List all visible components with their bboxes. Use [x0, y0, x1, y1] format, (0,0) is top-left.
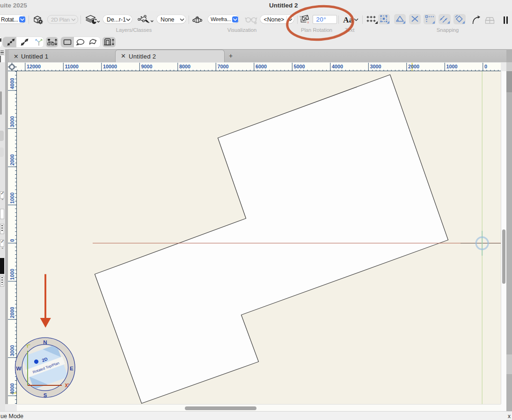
svg-text:6000: 6000	[255, 63, 266, 69]
svg-text:4000: 4000	[331, 63, 343, 69]
svg-text:2000: 2000	[408, 63, 419, 69]
svg-text:8000: 8000	[179, 63, 190, 69]
svg-text:E: E	[70, 366, 73, 371]
svg-text:X': X'	[65, 383, 69, 388]
svg-text:1000: 1000	[446, 63, 457, 69]
svg-text:W: W	[16, 366, 22, 371]
svg-text:11000: 11000	[65, 63, 78, 69]
svg-text:2000: 2000	[9, 154, 15, 165]
svg-text:9000: 9000	[141, 63, 152, 69]
svg-text:1000: 1000	[9, 192, 15, 203]
svg-text:5000: 5000	[293, 63, 305, 69]
svg-text:S: S	[44, 392, 47, 398]
svg-text:2000: 2000	[9, 307, 15, 318]
svg-text:10000: 10000	[102, 63, 117, 69]
svg-text:12000: 12000	[26, 63, 40, 69]
svg-text:7000: 7000	[217, 63, 228, 69]
svg-text:1000: 1000	[9, 268, 15, 280]
svg-text:0: 0	[9, 239, 15, 242]
svg-text:N: N	[43, 339, 47, 345]
svg-text:4000: 4000	[9, 78, 15, 89]
svg-text:0: 0	[484, 63, 487, 69]
svg-text:3000: 3000	[9, 116, 15, 127]
svg-text:3000: 3000	[370, 63, 381, 69]
svg-text:Y': Y'	[26, 344, 30, 349]
